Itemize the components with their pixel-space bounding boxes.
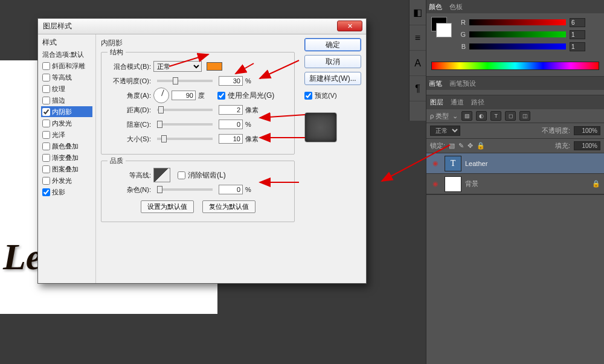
fill-value[interactable]: 100% [574,141,600,150]
dialog-titlebar[interactable]: 图层样式 ✕ [38,19,366,34]
cancel-button[interactable]: 取消 [304,55,361,68]
global-light-checkbox[interactable] [217,92,225,100]
angle-dial[interactable] [153,88,169,103]
dialog-sidebar: 样式 混合选项:默认 斜面和浮雕等高线纹理描边内阴影内发光光泽颜色叠加渐变叠加图… [38,34,96,283]
filter-shape-icon[interactable]: ◻ [505,111,516,121]
filter-type-icon[interactable]: T [490,111,501,121]
sidebar-style-checkbox[interactable] [42,108,50,116]
lock-label: 锁定: [430,141,445,150]
tool-slot-3[interactable]: A [410,51,426,76]
structure-group: 结构 混合模式(B): 正常 不透明度(O): 30 % 角度(A): 90 [101,52,295,155]
layer-thumbnail[interactable] [445,176,461,192]
lock-paint-icon[interactable]: ✎ [458,142,464,150]
brush-panel: 画笔 画笔预设 [426,77,604,95]
layer-name[interactable]: Leather [465,160,600,167]
lock-icon: 🔒 [592,180,600,188]
sidebar-style-checkbox[interactable] [42,154,50,162]
tab-color[interactable]: 颜色 [429,2,442,11]
sidebar-style-item[interactable]: 图案叠加 [41,164,92,174]
tab-brush[interactable]: 画笔 [429,79,442,88]
sidebar-style-item[interactable]: 斜面和浮雕 [41,60,92,71]
sidebar-style-item[interactable]: 纹理 [41,83,92,94]
layer-item[interactable]: ◉ T Leather [426,153,604,174]
visibility-toggle-icon[interactable]: ◉ [430,159,441,167]
lock-trans-icon[interactable]: ▧ [449,142,455,150]
choke-value[interactable]: 0 [219,120,243,129]
size-value[interactable]: 10 [219,134,243,144]
g-value[interactable]: 1 [570,30,585,39]
choke-slider[interactable] [157,123,213,126]
blend-mode-select[interactable]: 正常 [153,61,202,72]
distance-slider[interactable] [157,109,213,111]
angle-value[interactable]: 90 [172,91,196,100]
shadow-color-swatch[interactable] [207,62,222,71]
reset-default-button[interactable]: 复位为默认值 [202,200,255,213]
make-default-button[interactable]: 设置为默认值 [141,200,194,213]
sidebar-style-checkbox[interactable] [42,177,50,185]
opacity-slider[interactable] [157,80,213,82]
lock-all-icon[interactable]: 🔒 [477,142,485,150]
sidebar-style-item[interactable]: 光泽 [41,129,92,140]
close-button[interactable]: ✕ [337,21,362,31]
opacity-value[interactable]: 100% [574,126,600,135]
r-value[interactable]: 6 [570,18,585,27]
tab-swatches[interactable]: 色板 [449,2,463,11]
sidebar-style-item[interactable]: 渐变叠加 [41,152,92,163]
preview-checkbox[interactable] [304,92,312,100]
tool-slot-2[interactable]: ≡ [410,25,426,51]
distance-value[interactable]: 2 [219,105,243,115]
contour-swatch[interactable] [153,168,170,182]
sidebar-style-checkbox[interactable] [42,165,50,173]
sidebar-style-checkbox[interactable] [42,62,50,70]
layer-name[interactable]: 背景 [465,179,588,188]
antialias-checkbox[interactable] [178,171,185,179]
tab-paths[interactable]: 路径 [471,98,484,107]
sidebar-style-checkbox[interactable] [42,142,50,150]
tab-brush-presets[interactable]: 画笔预设 [449,79,476,88]
sidebar-blend-default[interactable]: 混合选项:默认 [41,50,92,59]
brush-panel-tabs: 画笔 画笔预设 [426,77,604,90]
ok-button[interactable]: 确定 [304,38,361,51]
g-slider[interactable] [469,31,566,37]
sidebar-style-item[interactable]: 颜色叠加 [41,141,92,152]
sidebar-style-checkbox[interactable] [42,188,50,196]
layer-thumbnail[interactable]: T [445,156,461,171]
filter-smart-icon[interactable]: ◫ [519,111,530,121]
sidebar-style-item[interactable]: 投影 [41,187,92,197]
preview-thumbnail [304,112,337,142]
sidebar-style-item[interactable]: 内阴影 [41,106,92,117]
sidebar-style-checkbox[interactable] [42,131,50,139]
sidebar-style-checkbox[interactable] [42,85,50,93]
visibility-toggle-icon[interactable]: ◉ [430,180,441,188]
filter-adjust-icon[interactable]: ◐ [476,111,487,121]
noise-value[interactable]: 0 [219,185,243,194]
sidebar-style-checkbox[interactable] [42,97,50,104]
lock-pos-icon[interactable]: ✥ [467,142,473,150]
sidebar-style-item[interactable]: 描边 [41,95,92,106]
chevron-down-icon[interactable]: ⌄ [452,112,458,120]
tool-slot-1[interactable]: ◧ [410,0,426,25]
sidebar-style-checkbox[interactable] [42,74,50,81]
tab-channels[interactable]: 通道 [451,98,464,107]
hue-strip[interactable] [431,62,599,70]
size-slider[interactable] [157,138,213,140]
new-style-button[interactable]: 新建样式(W)... [304,72,361,85]
quality-group-title: 品质 [108,156,126,165]
preview-label: 预览(V) [315,91,337,100]
sidebar-style-checkbox[interactable] [42,120,50,127]
tool-slot-4[interactable]: ¶ [410,76,426,101]
b-slider[interactable] [469,43,566,49]
sidebar-style-item[interactable]: 外发光 [41,175,92,186]
filter-pixel-icon[interactable]: ▧ [461,111,472,121]
layer-blend-mode[interactable]: 正常 [430,126,460,136]
opacity-value[interactable]: 30 [219,76,243,86]
sidebar-style-item[interactable]: 等高线 [41,72,92,83]
preview-checkbox-row[interactable]: 预览(V) [304,91,361,100]
r-slider[interactable] [469,19,566,25]
layer-item[interactable]: ◉ 背景 🔒 [426,174,604,194]
tab-layers[interactable]: 图层 [430,98,443,107]
noise-slider[interactable] [157,188,213,191]
b-value[interactable]: 1 [570,42,585,51]
sidebar-style-item[interactable]: 内发光 [41,118,92,129]
fg-bg-swatches[interactable] [431,17,452,37]
